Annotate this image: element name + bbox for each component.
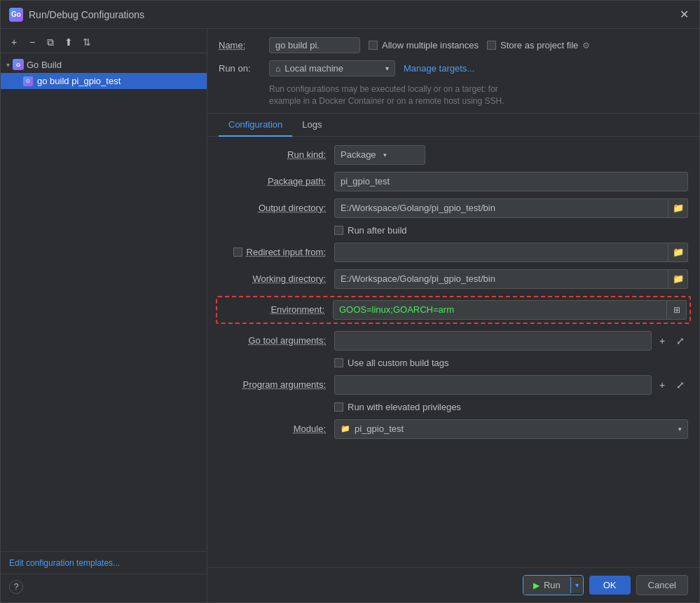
bottom-bar: ▶ Run ▾ OK Cancel	[207, 567, 699, 602]
elevated-privileges-checkbox[interactable]	[334, 402, 343, 412]
module-control: 📁 pi_gpio_test ▾	[334, 419, 688, 439]
sort-button[interactable]: ⇅	[79, 34, 95, 50]
output-directory-input-group: 📁	[334, 198, 688, 218]
program-arguments-expand-button[interactable]: ⤢	[673, 377, 688, 393]
dropdown-arrow-icon: ▾	[385, 65, 389, 72]
config-item-icon: G	[23, 76, 33, 86]
manage-targets-link[interactable]: Manage targets...	[404, 63, 474, 74]
run-button-group: ▶ Run ▾	[523, 575, 584, 595]
left-bottom: ?	[1, 574, 207, 599]
package-path-input[interactable]	[334, 172, 688, 191]
help-button[interactable]: ?	[9, 580, 23, 594]
folder-icon: 📁	[673, 203, 684, 213]
store-as-project-file-checkbox[interactable]	[487, 41, 496, 50]
run-label: Run	[544, 580, 561, 590]
package-path-control	[334, 172, 688, 191]
output-directory-label: Output directory:	[219, 203, 334, 213]
copy-config-button[interactable]: ⧉	[43, 34, 58, 50]
allow-multiple-instances-label: Allow multiple instances	[382, 40, 479, 50]
output-directory-row: Output directory: 📁	[219, 198, 688, 218]
store-project-icon: ⚙	[582, 41, 590, 50]
dialog-title: Run/Debug Configurations	[29, 9, 144, 20]
program-arguments-label: Program arguments:	[219, 379, 334, 390]
run-after-build-label: Run after build	[348, 225, 407, 236]
move-up-button[interactable]: ⬆	[61, 34, 76, 50]
custom-build-tags-checkbox[interactable]	[334, 358, 343, 367]
left-toolbar: + − ⧉ ⬆ ⇅	[1, 32, 207, 53]
remove-config-button[interactable]: −	[25, 34, 40, 50]
run-kind-arrow-icon: ▾	[383, 151, 387, 158]
working-directory-input-group: 📁	[334, 269, 688, 289]
working-directory-label: Working directory:	[219, 273, 334, 284]
name-input[interactable]	[269, 37, 360, 53]
working-directory-control: 📁	[334, 269, 688, 289]
run-kind-dropdown[interactable]: Package ▾	[334, 145, 425, 165]
environment-input[interactable]	[333, 300, 667, 320]
run-button[interactable]: ▶ Run	[523, 576, 570, 595]
program-arguments-add-button[interactable]: +	[654, 377, 670, 393]
redirect-input-checkbox[interactable]	[233, 248, 242, 257]
environment-control: ⊞	[333, 300, 687, 320]
left-footer: Edit configuration templates...	[1, 551, 207, 574]
allow-multiple-instances-group: Allow multiple instances	[369, 40, 479, 50]
module-arrow-icon: ▾	[678, 426, 682, 433]
allow-multiple-instances-checkbox[interactable]	[369, 41, 378, 50]
program-arguments-input[interactable]	[334, 375, 652, 395]
environment-row: Environment: ⊞	[216, 296, 691, 324]
working-directory-browse-button[interactable]: 📁	[668, 269, 688, 289]
folder-icon: 📁	[673, 273, 684, 284]
working-directory-row: Working directory: 📁	[219, 269, 688, 289]
edit-templates-link[interactable]: Edit configuration templates...	[9, 558, 120, 568]
go-tool-arguments-input[interactable]	[334, 331, 652, 351]
environment-edit-button[interactable]: ⊞	[667, 300, 687, 320]
store-as-project-file-label: Store as project file	[500, 40, 578, 50]
go-build-group-header[interactable]: ▾ G Go Build	[1, 56, 207, 73]
go-build-icon: G	[13, 59, 24, 70]
home-icon: ⌂	[275, 64, 280, 74]
module-dropdown[interactable]: 📁 pi_gpio_test ▾	[334, 419, 688, 439]
store-as-project-file-group: Store as project file ⚙	[487, 40, 590, 50]
add-config-button[interactable]: +	[6, 34, 22, 50]
close-button[interactable]: ✕	[677, 8, 691, 22]
elevated-privileges-row: Run with elevated privileges	[334, 402, 688, 412]
hint-line2: example in a Docker Container or on a re…	[269, 96, 505, 106]
run-kind-row: Run kind: Package ▾	[219, 145, 688, 165]
cancel-button[interactable]: Cancel	[636, 575, 688, 595]
program-arguments-control: + ⤢	[334, 375, 688, 395]
redirect-input-field[interactable]	[334, 243, 668, 262]
environment-input-group: ⊞	[333, 300, 687, 320]
go-build-group-label: Go Build	[27, 60, 62, 70]
output-directory-browse-button[interactable]: 📁	[668, 198, 688, 218]
redirect-input-control: 📁	[334, 243, 688, 262]
name-row: Name: Allow multiple instances Store as …	[219, 37, 688, 53]
module-folder-icon: 📁	[341, 424, 350, 433]
go-tool-add-button[interactable]: +	[654, 333, 670, 348]
run-on-row: Run on: ⌂ Local machine ▾ Manage targets…	[219, 60, 688, 76]
run-kind-value: Package	[341, 149, 376, 160]
run-on-dropdown[interactable]: ⌂ Local machine ▾	[269, 60, 395, 76]
custom-build-tags-row: Use all custom build tags	[334, 358, 688, 368]
run-after-build-checkbox[interactable]	[334, 226, 343, 235]
tab-configuration[interactable]: Configuration	[219, 114, 292, 137]
right-header: Name: Allow multiple instances Store as …	[207, 29, 699, 114]
config-item-label: go build pi_gpio_test	[37, 76, 121, 86]
left-panel: + − ⧉ ⬆ ⇅ ▾ G Go Build G go build pi_gpi…	[1, 29, 207, 602]
tab-logs[interactable]: Logs	[292, 114, 331, 137]
redirect-input-browse-button[interactable]: 📁	[668, 243, 688, 262]
app-icon: Go	[9, 8, 23, 22]
run-dropdown-button[interactable]: ▾	[570, 577, 583, 593]
working-directory-input[interactable]	[334, 269, 668, 289]
go-tool-arguments-control: + ⤢	[334, 331, 688, 351]
run-debug-dialog: Go Run/Debug Configurations ✕ + − ⧉ ⬆ ⇅ …	[0, 0, 700, 603]
package-path-label: Package path:	[219, 176, 334, 187]
run-on-label: Run on:	[219, 63, 261, 74]
ok-button[interactable]: OK	[589, 576, 631, 595]
name-label: Name:	[219, 40, 261, 50]
program-arguments-row: Program arguments: + ⤢	[219, 375, 688, 395]
config-tree: ▾ G Go Build G go build pi_gpio_test	[1, 53, 207, 551]
go-tool-expand-button[interactable]: ⤢	[673, 333, 688, 348]
output-directory-input[interactable]	[334, 198, 668, 218]
run-after-build-row: Run after build	[334, 225, 688, 236]
chevron-down-icon: ▾	[6, 61, 10, 69]
go-build-item[interactable]: G go build pi_gpio_test	[1, 73, 207, 89]
